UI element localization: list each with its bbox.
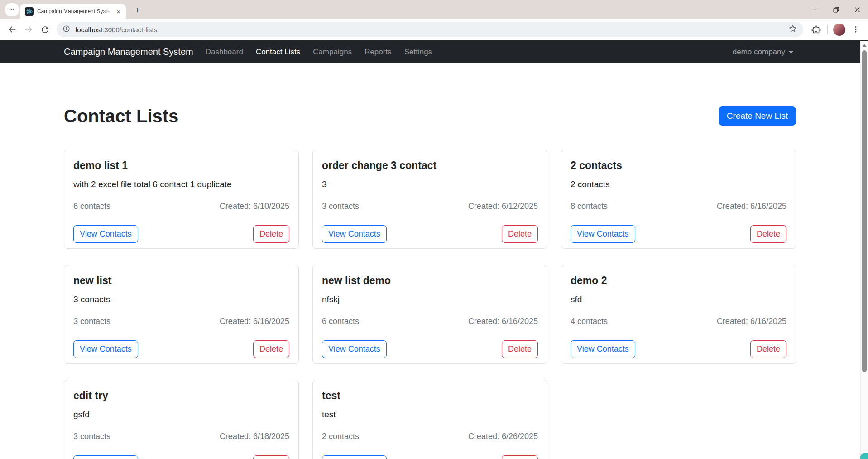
page-scrollbar[interactable]: [860, 41, 868, 459]
browser-menu-icon[interactable]: [848, 21, 864, 38]
list-contact-count: 3 contacts: [73, 317, 110, 326]
contact-list-card: order change 3 contact 3 3 contacts Crea…: [312, 150, 547, 249]
card-actions: View Contacts Delete: [322, 455, 538, 459]
delete-button[interactable]: Delete: [502, 455, 538, 459]
profile-avatar[interactable]: [833, 24, 845, 36]
card-actions: View Contacts Delete: [73, 225, 289, 243]
minimize-button[interactable]: [804, 0, 825, 19]
card-actions: View Contacts Delete: [73, 340, 289, 358]
delete-button[interactable]: Delete: [750, 340, 786, 358]
url-path: :3000/contact-lists: [102, 26, 157, 34]
list-name: new list: [73, 274, 289, 287]
list-meta: 3 contacts Created: 6/18/2025: [73, 432, 289, 441]
bookmark-star-icon[interactable]: [788, 24, 797, 35]
view-contacts-button[interactable]: View Contacts: [571, 225, 635, 243]
forward-button[interactable]: [20, 21, 37, 38]
company-dropdown[interactable]: demo company: [733, 48, 793, 57]
list-contact-count: 6 contacts: [73, 202, 110, 211]
reload-button[interactable]: [37, 21, 53, 38]
address-bar[interactable]: localhost:3000/contact-lists: [57, 22, 803, 37]
nav-link-contact-lists[interactable]: Contact Lists: [249, 48, 307, 57]
delete-button[interactable]: Delete: [253, 340, 289, 358]
list-description: nfskj: [322, 294, 538, 305]
list-meta: 3 contacts Created: 6/16/2025: [73, 317, 289, 326]
site-info-icon[interactable]: [62, 25, 70, 34]
close-window-button[interactable]: [847, 0, 868, 19]
page-title: Contact Lists: [64, 105, 178, 127]
nav-links: Dashboard Contact Lists Campaigns Report…: [199, 48, 438, 57]
view-contacts-button[interactable]: View Contacts: [73, 340, 138, 358]
list-contact-count: 3 contacts: [322, 202, 359, 211]
scrollbar-thumb[interactable]: [862, 50, 867, 372]
list-meta: 6 contacts Created: 6/10/2025: [73, 202, 289, 211]
view-contacts-button[interactable]: View Contacts: [73, 225, 138, 243]
list-description: 3 conacts: [73, 294, 289, 305]
card-actions: View Contacts Delete: [73, 455, 289, 459]
app-brand[interactable]: Campaign Management System: [64, 47, 193, 57]
view-contacts-button[interactable]: View Contacts: [322, 340, 387, 358]
main-content: Contact Lists Create New List demo list …: [0, 63, 868, 459]
delete-button[interactable]: Delete: [502, 225, 538, 243]
view-contacts-button[interactable]: View Contacts: [322, 455, 387, 459]
list-created-date: Created: 6/16/2025: [220, 317, 289, 326]
app-navbar: Campaign Management System Dashboard Con…: [0, 40, 868, 63]
create-new-list-button[interactable]: Create New List: [719, 106, 796, 126]
list-name: demo 2: [571, 274, 786, 287]
tab-search-button[interactable]: [5, 3, 19, 16]
delete-button[interactable]: Delete: [253, 225, 289, 243]
scrollbar-up-arrow-icon[interactable]: [862, 44, 867, 47]
list-meta: 2 contacts Created: 6/26/2025: [322, 432, 538, 441]
list-name: order change 3 contact: [322, 159, 538, 172]
view-contacts-button[interactable]: View Contacts: [322, 225, 387, 243]
list-description: test: [322, 409, 538, 420]
url-host: localhost: [76, 26, 102, 34]
view-contacts-button[interactable]: View Contacts: [73, 455, 138, 459]
list-created-date: Created: 6/18/2025: [220, 432, 289, 441]
list-contact-count: 3 contacts: [73, 432, 110, 441]
url-text: localhost:3000/contact-lists: [76, 26, 157, 34]
delete-button[interactable]: Delete: [253, 455, 289, 459]
list-created-date: Created: 6/12/2025: [468, 202, 538, 211]
contact-list-card: edit try gsfd 3 contacts Created: 6/18/2…: [64, 380, 299, 459]
list-description: 2 contacts: [571, 179, 786, 190]
list-description: 3: [322, 179, 538, 190]
list-created-date: Created: 6/10/2025: [220, 202, 289, 211]
tab-title: Campaign Management System: [37, 8, 111, 14]
restore-button[interactable]: [825, 0, 847, 19]
list-name: test: [322, 389, 538, 402]
company-dropdown-label: demo company: [733, 48, 785, 57]
caret-down-icon: [789, 51, 793, 54]
contact-list-card: new list demo nfskj 6 contacts Created: …: [312, 265, 547, 364]
nav-link-settings[interactable]: Settings: [398, 48, 438, 57]
list-created-date: Created: 6/16/2025: [468, 317, 538, 326]
back-button[interactable]: [4, 21, 20, 38]
window-controls: [804, 0, 868, 19]
nav-link-reports[interactable]: Reports: [358, 48, 398, 57]
tab-close-icon[interactable]: ×: [115, 8, 122, 15]
list-meta: 8 contacts Created: 6/16/2025: [571, 202, 786, 211]
list-created-date: Created: 6/16/2025: [717, 202, 786, 211]
card-actions: View Contacts Delete: [571, 225, 786, 243]
list-name: edit try: [73, 389, 289, 402]
list-contact-count: 6 contacts: [322, 317, 359, 326]
list-description: sfd: [571, 294, 786, 305]
list-created-date: Created: 6/16/2025: [717, 317, 786, 326]
card-actions: View Contacts Delete: [322, 225, 538, 243]
list-name: 2 contacts: [571, 159, 786, 172]
view-contacts-button[interactable]: View Contacts: [571, 340, 635, 358]
browser-tab[interactable]: Campaign Management System ×: [20, 4, 126, 19]
contact-list-card: demo 2 sfd 4 contacts Created: 6/16/2025…: [561, 265, 796, 364]
delete-button[interactable]: Delete: [502, 340, 538, 358]
delete-button[interactable]: Delete: [750, 225, 786, 243]
chevron-down-icon: [10, 6, 15, 14]
list-meta: 4 contacts Created: 6/16/2025: [571, 317, 786, 326]
nav-link-dashboard[interactable]: Dashboard: [199, 48, 249, 57]
nav-link-campaigns[interactable]: Campaigns: [307, 48, 358, 57]
extensions-icon[interactable]: [808, 21, 824, 38]
list-contact-count: 8 contacts: [571, 202, 608, 211]
list-description: with 2 excel file total 6 contact 1 dupl…: [73, 179, 289, 190]
list-name: new list demo: [322, 274, 538, 287]
new-tab-button[interactable]: +: [131, 4, 144, 17]
contact-list-card: new list 3 conacts 3 contacts Created: 6…: [64, 265, 299, 364]
contact-list-card: 2 contacts 2 contacts 8 contacts Created…: [561, 150, 796, 249]
